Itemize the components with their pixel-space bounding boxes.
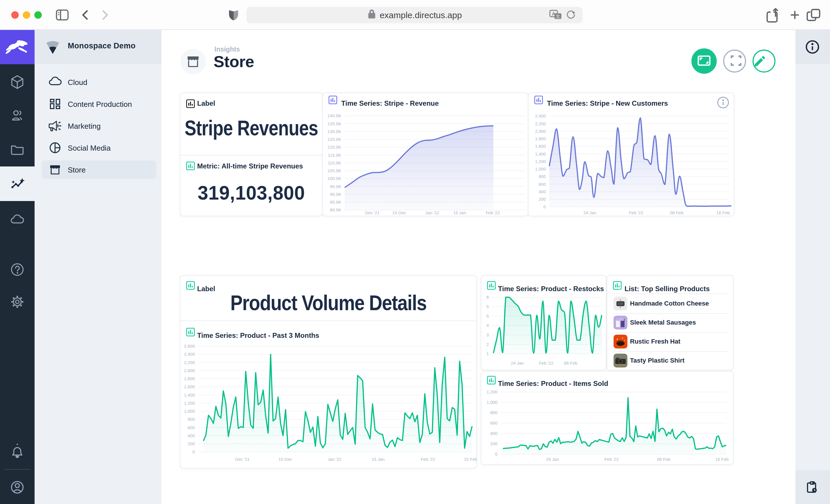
svg-text:2,400: 2,400 (535, 113, 546, 119)
svg-text:115.0K: 115.0K (328, 153, 341, 158)
svg-text:08 Feb: 08 Feb (657, 457, 671, 462)
svg-text:135.0K: 135.0K (327, 121, 341, 126)
svg-text:800: 800 (539, 174, 546, 179)
svg-text:24 Jan: 24 Jan (546, 457, 559, 462)
svg-text:200: 200 (188, 441, 195, 446)
svg-text:600: 600 (490, 421, 498, 425)
svg-text:1,400: 1,400 (184, 393, 195, 397)
svg-text:85.0K: 85.0K (330, 200, 341, 204)
svg-text:3: 3 (486, 332, 489, 337)
svg-text:0: 0 (193, 449, 195, 454)
svg-text:Feb '22: Feb '22 (629, 210, 643, 215)
svg-text:Jan '22: Jan '22 (425, 210, 439, 215)
svg-text:15 Dec: 15 Dec (392, 210, 406, 215)
svg-text:6: 6 (486, 295, 489, 300)
svg-text:400: 400 (188, 433, 195, 438)
svg-text:24 Jan: 24 Jan (583, 210, 596, 215)
svg-text:16 Feb: 16 Feb (715, 457, 729, 462)
svg-text:110.0K: 110.0K (328, 160, 341, 165)
svg-text:1,800: 1,800 (184, 376, 195, 381)
svg-text:0: 0 (495, 451, 498, 457)
svg-text:15 Feb: 15 Feb (464, 457, 477, 462)
svg-text:800: 800 (490, 410, 498, 415)
svg-text:800: 800 (188, 417, 195, 422)
svg-text:105.0K: 105.0K (327, 168, 341, 173)
svg-text:400: 400 (539, 189, 546, 194)
svg-text:15 Dec: 15 Dec (278, 457, 292, 462)
svg-text:文: 文 (556, 14, 560, 19)
svg-text:Feb '22: Feb '22 (539, 361, 553, 366)
svg-text:1,800: 1,800 (535, 136, 546, 141)
svg-text:08 Feb: 08 Feb (670, 210, 683, 215)
svg-text:2,600: 2,600 (184, 344, 195, 348)
svg-text:95.0K: 95.0K (330, 184, 341, 189)
svg-text:90.0K: 90.0K (330, 192, 341, 197)
svg-text:Feb '22: Feb '22 (486, 210, 500, 215)
svg-text:15 Jan: 15 Jan (453, 210, 466, 215)
svg-text:Feb '22: Feb '22 (604, 457, 619, 462)
svg-text:24 Jan: 24 Jan (511, 361, 524, 366)
svg-text:Jan '22: Jan '22 (328, 457, 342, 462)
svg-text:200: 200 (539, 197, 546, 202)
svg-text:125.0K: 125.0K (327, 137, 341, 142)
svg-text:400: 400 (490, 431, 498, 436)
svg-text:1,400: 1,400 (535, 152, 546, 156)
svg-text:1,600: 1,600 (184, 384, 195, 389)
svg-text:200: 200 (490, 441, 498, 446)
svg-text:1,000: 1,000 (184, 409, 195, 413)
svg-text:16 Feb: 16 Feb (716, 210, 730, 215)
svg-text:5: 5 (486, 304, 489, 309)
svg-text:600: 600 (188, 425, 195, 430)
svg-text:Dec '21: Dec '21 (235, 457, 250, 462)
svg-text:2: 2 (486, 342, 489, 347)
svg-text:08 Feb: 08 Feb (564, 361, 578, 366)
svg-text:100.0K: 100.0K (327, 176, 341, 181)
svg-text:2,000: 2,000 (184, 368, 195, 373)
svg-text:1,000: 1,000 (486, 400, 498, 405)
svg-text:1,200: 1,200 (535, 159, 546, 164)
svg-text:4: 4 (486, 323, 489, 328)
svg-text:5: 5 (486, 314, 489, 318)
svg-text:Dec '21: Dec '21 (365, 210, 380, 215)
svg-text:Feb '22: Feb '22 (421, 457, 435, 462)
svg-text:2,200: 2,200 (535, 121, 546, 126)
svg-text:120.0K: 120.0K (327, 144, 341, 149)
svg-text:2,000: 2,000 (535, 129, 546, 134)
svg-text:0: 0 (544, 204, 546, 209)
svg-text:1,200: 1,200 (184, 401, 195, 405)
svg-text:1,600: 1,600 (535, 144, 546, 148)
svg-text:600: 600 (539, 182, 546, 187)
svg-text:2,200: 2,200 (184, 360, 195, 365)
svg-text:1,000: 1,000 (535, 166, 546, 171)
svg-text:2,400: 2,400 (184, 351, 195, 357)
svg-text:example.directus.app: example.directus.app (380, 10, 462, 20)
svg-text:140.0K: 140.0K (327, 113, 341, 118)
svg-text:1: 1 (486, 351, 489, 356)
svg-text:80.0K: 80.0K (330, 207, 341, 212)
svg-text:1,200: 1,200 (486, 390, 498, 394)
svg-text:15 Jan: 15 Jan (372, 457, 384, 462)
svg-text:130.0K: 130.0K (327, 129, 341, 134)
